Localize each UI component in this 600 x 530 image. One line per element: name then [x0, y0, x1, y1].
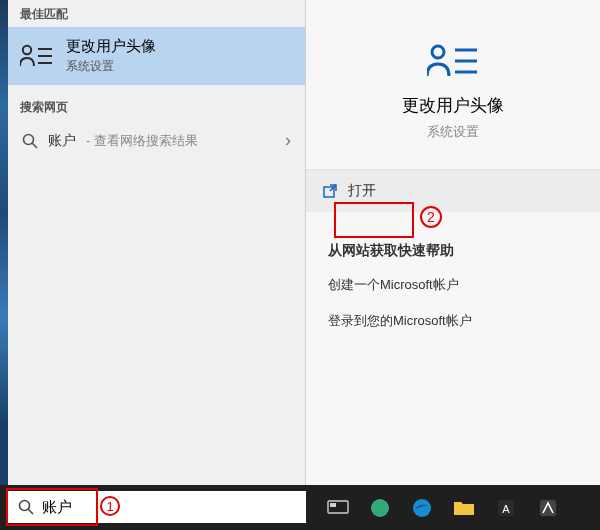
svg-line-5: [32, 143, 37, 148]
svg-line-11: [330, 185, 336, 191]
svg-line-20: [28, 509, 33, 514]
detail-panel: 更改用户头像 系统设置 打开 从网站获取快速帮助 创建一个Microsoft帐户…: [306, 0, 600, 485]
account-settings-icon: [20, 42, 54, 70]
edge-icon[interactable]: [404, 490, 440, 526]
open-action[interactable]: 打开: [306, 170, 600, 212]
open-external-icon: [322, 183, 338, 199]
web-query-text: 账户: [48, 132, 76, 150]
help-link-create-account[interactable]: 创建一个Microsoft帐户: [328, 276, 584, 294]
app-icon-2[interactable]: A: [488, 490, 524, 526]
best-match-title: 更改用户头像: [66, 37, 156, 56]
desktop-background-strip: [0, 0, 8, 530]
svg-point-15: [413, 499, 431, 517]
best-match-label: 最佳匹配: [8, 0, 305, 27]
svg-point-4: [24, 134, 34, 144]
chevron-right-icon: ›: [285, 130, 291, 151]
app-icon-1[interactable]: [362, 490, 398, 526]
folder-icon[interactable]: [446, 490, 482, 526]
web-hint-text: - 查看网络搜索结果: [86, 132, 198, 150]
web-search-item[interactable]: 账户 - 查看网络搜索结果 ›: [8, 120, 305, 161]
search-input[interactable]: [42, 499, 296, 516]
svg-point-0: [23, 46, 31, 54]
help-section: 从网站获取快速帮助 创建一个Microsoft帐户 登录到您的Microsoft…: [306, 212, 600, 330]
help-link-sign-in[interactable]: 登录到您的Microsoft帐户: [328, 312, 584, 330]
search-results-panel: 最佳匹配 更改用户头像 系统设置 搜索网页 账户 - 查看网络搜索结果 ›: [8, 0, 306, 485]
search-icon: [18, 499, 34, 515]
best-match-text: 更改用户头像 系统设置: [66, 37, 156, 75]
svg-point-19: [20, 501, 30, 511]
account-settings-large-icon: [427, 40, 479, 82]
task-view-button[interactable]: [320, 490, 356, 526]
help-header: 从网站获取快速帮助: [328, 242, 584, 260]
svg-rect-13: [330, 503, 336, 507]
svg-text:A: A: [502, 503, 510, 515]
taskbar-search-box[interactable]: [8, 491, 306, 523]
detail-subtitle: 系统设置: [427, 123, 479, 141]
open-label: 打开: [348, 182, 376, 200]
taskbar-icons: A: [320, 485, 566, 530]
detail-header: 更改用户头像 系统设置: [306, 0, 600, 170]
svg-point-6: [432, 46, 444, 58]
detail-title: 更改用户头像: [402, 94, 504, 117]
app-icon-3[interactable]: [530, 490, 566, 526]
best-match-subtitle: 系统设置: [66, 58, 156, 75]
svg-point-14: [371, 499, 389, 517]
best-match-item[interactable]: 更改用户头像 系统设置: [8, 27, 305, 85]
search-icon: [22, 133, 38, 149]
search-web-label: 搜索网页: [8, 93, 305, 120]
